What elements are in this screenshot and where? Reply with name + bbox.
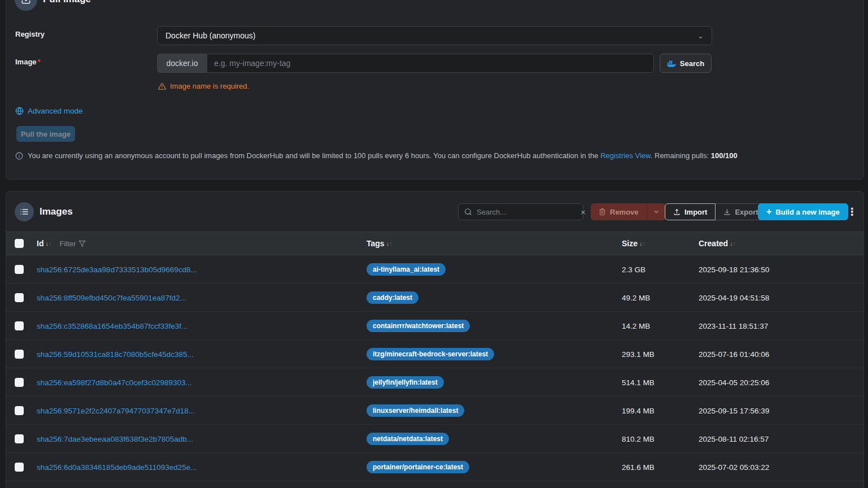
sort-icon: ↓↑ — [730, 241, 736, 247]
column-header-size[interactable]: Size ↓↑ — [617, 239, 694, 248]
table-body: sha256:6725de3aa98d7333513b05d9669cd8...… — [6, 255, 863, 481]
image-created: 2025-07-02 05:03:22 — [699, 463, 769, 472]
remaining-pulls-count: 100/100 — [711, 151, 738, 160]
trash-icon — [599, 208, 606, 216]
import-export-group: Import Export — [665, 203, 767, 220]
table-row: sha256:59d10531ca818c7080b5cfe45dc385...… — [6, 340, 863, 368]
sort-icon: ↓↑ — [45, 241, 51, 247]
more-options-icon[interactable]: ⋮ — [845, 203, 859, 220]
row-checkbox[interactable] — [15, 265, 24, 274]
row-checkbox[interactable] — [15, 434, 24, 443]
import-button[interactable]: Import — [665, 203, 716, 220]
table-row: sha256:6725de3aa98d7333513b05d9669cd8...… — [6, 255, 863, 284]
globe-icon — [15, 107, 24, 115]
image-id-link[interactable]: sha256:6725de3aa98d7333513b05d9669cd8... — [37, 265, 197, 274]
images-title-row: Images — [15, 202, 73, 221]
image-size: 49.2 MB — [622, 294, 650, 302]
image-id-link[interactable]: sha256:7dae3ebeeaa083f638f3e2b7805adb... — [37, 435, 193, 443]
image-id-link[interactable]: sha256:8ff509efbd450c7fea55901ea87fd2... — [37, 294, 186, 302]
image-tag-badge: jellyfin/jellyfin:latest — [367, 376, 444, 389]
clear-search-icon[interactable]: × — [581, 207, 586, 217]
advanced-mode-link[interactable]: Advanced mode — [15, 107, 83, 115]
anonymous-account-info: You are currently using an anonymous acc… — [15, 151, 738, 160]
funnel-icon — [78, 240, 86, 247]
search-image-button[interactable]: Search — [660, 54, 712, 73]
id-filter-button[interactable]: Filter — [59, 239, 86, 248]
image-size: 199.4 MB — [622, 407, 655, 415]
docker-whale-icon — [667, 60, 676, 67]
pull-image-title-row: Pull Image — [15, 0, 91, 11]
images-table: Id ↓↑ Filter Tags ↓↑ Size ↓↑ Created ↓↑ — [6, 232, 863, 481]
remove-split-button: Remove — [591, 203, 666, 220]
image-created: 2025-04-19 04:51:58 — [699, 294, 769, 302]
column-header-created[interactable]: Created ↓↑ — [694, 239, 863, 248]
pull-image-widget: Pull Image Registry Docker Hub (anonymou… — [6, 0, 864, 180]
build-new-image-button[interactable]: + Build a new image — [758, 203, 848, 220]
sort-icon: ↓↑ — [386, 241, 392, 247]
registry-select[interactable]: Docker Hub (anonymous) ⌄ — [157, 26, 712, 45]
page-title: Pull Image — [43, 0, 91, 5]
upload-icon — [673, 208, 681, 216]
table-row: sha256:8ff509efbd450c7fea55901ea87fd2...… — [6, 284, 863, 312]
image-id-link[interactable]: sha256:6d0a38346185deb9ade511093ed25e... — [37, 463, 197, 472]
plus-icon: + — [766, 207, 771, 217]
image-created: 2023-11-11 18:51:37 — [699, 322, 768, 330]
image-created: 2025-09-18 21:36:50 — [699, 265, 769, 274]
image-id-link[interactable]: sha256:ea598f27d8b0a47c0cef3c02989303... — [37, 378, 192, 387]
column-header-id[interactable]: Id ↓↑ Filter — [32, 239, 362, 248]
image-size: 2.3 GB — [622, 265, 645, 274]
image-created: 2025-08-11 02:16:57 — [699, 435, 769, 443]
row-checkbox[interactable] — [15, 293, 24, 302]
image-created: 2025-04-05 20:25:06 — [699, 378, 769, 387]
image-size: 810.2 MB — [622, 435, 655, 443]
download-tray-icon — [723, 208, 731, 216]
image-tag-badge: linuxserver/heimdall:latest — [367, 404, 464, 417]
image-size: 261.6 MB — [622, 463, 655, 472]
image-id-link[interactable]: sha256:c352868a1654eb354b87fccf33fe3f... — [37, 322, 187, 330]
row-checkbox[interactable] — [15, 406, 24, 415]
registry-selected-value: Docker Hub (anonymous) — [165, 31, 256, 40]
row-checkbox[interactable] — [15, 321, 24, 330]
image-id-link[interactable]: sha256:59d10531ca818c7080b5cfe45dc385... — [37, 350, 194, 359]
image-size: 14.2 MB — [622, 322, 650, 330]
image-size: 514.1 MB — [622, 378, 655, 387]
registries-view-link[interactable]: Registries View — [600, 151, 651, 160]
info-icon — [15, 152, 23, 160]
table-row: sha256:ea598f27d8b0a47c0cef3c02989303...… — [6, 368, 863, 396]
image-tag-badge: itzg/minecraft-bedrock-server:latest — [367, 348, 494, 360]
images-search-input[interactable] — [477, 208, 576, 216]
pull-the-image-button[interactable]: Pull the image — [16, 126, 75, 142]
row-checkbox[interactable] — [15, 378, 24, 387]
image-created: 2025-09-15 17:56:39 — [699, 407, 769, 415]
required-asterisk: * — [38, 58, 41, 66]
image-name-input[interactable] — [207, 54, 654, 73]
image-size: 293.1 MB — [622, 350, 655, 359]
chevron-down-icon: ⌄ — [697, 32, 704, 40]
select-all-checkbox[interactable] — [15, 239, 24, 248]
remove-button[interactable]: Remove — [591, 203, 647, 220]
column-header-tags[interactable]: Tags ↓↑ — [362, 239, 617, 248]
list-icon — [15, 202, 34, 221]
image-created: 2025-07-16 01:40:06 — [699, 350, 769, 359]
table-row: sha256:c352868a1654eb354b87fccf33fe3f...… — [6, 312, 863, 340]
warning-triangle-icon — [158, 82, 166, 90]
sort-icon: ↓↑ — [639, 241, 645, 247]
row-checkbox[interactable] — [15, 350, 24, 359]
table-header-row: Id ↓↑ Filter Tags ↓↑ Size ↓↑ Created ↓↑ — [6, 232, 863, 255]
image-required-error: Image name is required. — [158, 82, 249, 90]
remove-dropdown-toggle[interactable] — [647, 203, 666, 220]
table-row: sha256:7dae3ebeeaa083f638f3e2b7805adb...… — [6, 425, 863, 453]
download-icon — [15, 0, 37, 11]
images-section-title: Images — [40, 206, 73, 217]
row-checkbox[interactable] — [15, 463, 24, 472]
image-tag-badge: netdata/netdata:latest — [367, 433, 449, 445]
table-row: sha256:9571e2f2c2407a79477037347e7d18...… — [6, 396, 863, 425]
image-tag-badge: ai-tinyllama_ai:latest — [367, 263, 446, 276]
table-row: sha256:6d0a38346185deb9ade511093ed25e...… — [6, 453, 863, 481]
image-tag-badge: portainer/portainer-ce:latest — [367, 461, 469, 473]
image-label: Image* — [15, 58, 41, 66]
images-list-widget: Images × Remove — [6, 191, 864, 488]
image-id-link[interactable]: sha256:9571e2f2c2407a79477037347e7d18... — [37, 407, 195, 415]
image-tag-badge: caddy:latest — [367, 291, 418, 304]
search-icon — [464, 208, 472, 216]
